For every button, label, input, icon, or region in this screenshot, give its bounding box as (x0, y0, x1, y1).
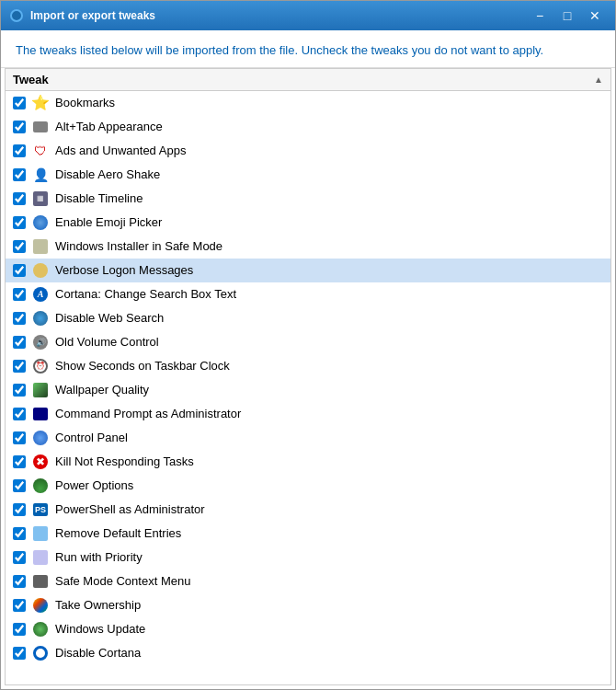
close-button[interactable]: ✕ (582, 5, 608, 27)
tweak-checkbox-priority[interactable] (13, 551, 26, 564)
list-item[interactable]: ⭐Bookmarks (6, 91, 610, 115)
priority-icon (31, 548, 50, 567)
tweak-label-kill-tasks: Kill Not Responding Tasks (55, 454, 194, 468)
tweaks-list-container: Tweak ▲ ⭐BookmarksAlt+Tab Appearance🛡Ads… (5, 68, 611, 686)
cortana-ring-icon (31, 644, 50, 662)
tweak-checkbox-ads[interactable] (13, 144, 26, 157)
tweak-label-cmd-admin: Command Prompt as Administrator (55, 407, 241, 420)
star-icon: ⭐ (31, 94, 50, 112)
list-item[interactable]: Safe Mode Context Menu (6, 569, 610, 593)
tweak-checkbox-verbose[interactable] (13, 264, 26, 277)
window-icon (8, 7, 25, 24)
tweak-checkbox-cortana-text[interactable] (13, 288, 26, 301)
tweak-checkbox-seconds[interactable] (13, 360, 26, 373)
list-item[interactable]: 👤Disable Aero Shake (6, 163, 610, 187)
tweak-checkbox-wallpaper[interactable] (13, 384, 26, 397)
tweak-label-priority: Run with Priority (55, 550, 143, 564)
tweak-checkbox-timeline[interactable] (13, 192, 26, 205)
tweak-label-win-update: Windows Update (55, 622, 145, 636)
tweak-checkbox-powershell[interactable] (13, 503, 26, 516)
tweak-checkbox-installer[interactable] (13, 240, 26, 253)
ps-icon: PS (31, 500, 50, 519)
list-item[interactable]: Disable Cortana (6, 641, 610, 665)
tweak-checkbox-safe-mode[interactable] (13, 575, 26, 588)
tweak-label-wallpaper: Wallpaper Quality (55, 383, 149, 397)
tweak-label-control-panel: Control Panel (55, 431, 128, 444)
list-item[interactable]: Enable Emoji Picker (6, 211, 610, 235)
list-item[interactable]: Power Options (6, 474, 610, 498)
tweak-checkbox-bookmarks[interactable] (13, 97, 26, 109)
tweak-checkbox-power[interactable] (13, 479, 26, 492)
window-controls: − □ ✕ (527, 5, 608, 27)
update-icon (31, 620, 50, 638)
scroll-indicator: ▲ (594, 75, 603, 85)
alttab-icon (31, 118, 50, 136)
tweak-checkbox-web-search[interactable] (13, 312, 26, 325)
list-item[interactable]: Wallpaper Quality (6, 378, 610, 402)
cortana-icon: A (31, 285, 50, 304)
tweak-label-powershell: PowerShell as Administrator (55, 502, 205, 516)
list-item[interactable]: Windows Installer in Safe Mode (6, 235, 610, 259)
list-item[interactable]: 🛡Ads and Unwanted Apps (6, 139, 610, 163)
tweak-label-ads: Ads and Unwanted Apps (55, 144, 186, 157)
list-item[interactable]: ▦Disable Timeline (6, 187, 610, 211)
list-item[interactable]: 🔊Old Volume Control (6, 330, 610, 354)
list-item[interactable]: Windows Update (6, 617, 610, 641)
list-item[interactable]: Take Ownership (6, 593, 610, 617)
power-icon (31, 477, 50, 495)
list-item[interactable]: Run with Priority (6, 546, 610, 569)
search-web-icon (31, 309, 50, 328)
tweak-label-seconds: Show Seconds on Taskbar Clock (55, 359, 230, 373)
tweak-checkbox-alttab[interactable] (13, 121, 26, 133)
list-header-label: Tweak (13, 73, 49, 86)
red-shield-icon: 🛡 (31, 142, 50, 160)
tweak-checkbox-win-update[interactable] (13, 623, 26, 636)
volume-icon: 🔊 (31, 333, 50, 351)
tweak-label-emoji: Enable Emoji Picker (55, 215, 162, 229)
intro-area: The tweaks listed below will be imported… (1, 30, 615, 68)
tweak-checkbox-emoji[interactable] (13, 216, 26, 229)
intro-text: The tweaks listed below will be imported… (16, 41, 600, 60)
tweak-checkbox-cmd-admin[interactable] (13, 408, 26, 420)
list-header: Tweak ▲ (6, 69, 610, 91)
tweak-checkbox-old-volume[interactable] (13, 336, 26, 349)
tweak-checkbox-kill-tasks[interactable] (13, 455, 26, 468)
tweak-label-alttab: Alt+Tab Appearance (55, 120, 163, 133)
list-item[interactable]: Verbose Logon Messages (6, 259, 610, 282)
tweak-checkbox-control-panel[interactable] (13, 431, 26, 444)
logon-icon (31, 261, 50, 280)
maximize-button[interactable]: □ (554, 5, 580, 27)
tweak-label-web-search: Disable Web Search (55, 311, 164, 325)
minimize-button[interactable]: − (527, 5, 553, 27)
list-item[interactable]: Alt+Tab Appearance (6, 115, 610, 139)
tweak-label-ownership: Take Ownership (55, 598, 141, 612)
list-scroll[interactable]: ⭐BookmarksAlt+Tab Appearance🛡Ads and Unw… (6, 91, 610, 685)
list-item[interactable]: Remove Default Entries (6, 522, 610, 546)
tweak-checkbox-cortana-disable[interactable] (13, 647, 26, 660)
tweak-label-bookmarks: Bookmarks (55, 96, 115, 109)
window-title: Import or export tweaks (30, 9, 527, 22)
tweak-label-cortana-text: Cortana: Change Search Box Text (55, 287, 236, 301)
list-item[interactable]: Command Prompt as Administrator (6, 402, 610, 426)
cmd-icon (31, 405, 50, 423)
tweak-label-cortana-disable: Disable Cortana (55, 646, 141, 660)
list-item[interactable]: ✖Kill Not Responding Tasks (6, 450, 610, 474)
tweak-checkbox-ownership[interactable] (13, 599, 26, 612)
safe-icon (31, 572, 50, 591)
tweak-checkbox-reg-entries[interactable] (13, 527, 26, 540)
tweak-label-verbose: Verbose Logon Messages (55, 263, 193, 277)
tweak-label-aero-shake: Disable Aero Shake (55, 167, 160, 181)
list-item[interactable]: PSPowerShell as Administrator (6, 498, 610, 522)
installer-icon (31, 237, 50, 256)
tweak-checkbox-aero-shake[interactable] (13, 168, 26, 181)
list-item[interactable]: ACortana: Change Search Box Text (6, 282, 610, 306)
list-item[interactable]: ⏰Show Seconds on Taskbar Clock (6, 354, 610, 378)
timeline-icon: ▦ (31, 190, 50, 208)
control-panel-icon (31, 429, 50, 447)
person-icon: 👤 (31, 166, 50, 184)
list-item[interactable]: Control Panel (6, 426, 610, 450)
image-icon (31, 381, 50, 399)
tweak-label-installer: Windows Installer in Safe Mode (55, 239, 222, 253)
list-item[interactable]: Disable Web Search (6, 306, 610, 330)
tweak-label-timeline: Disable Timeline (55, 191, 143, 205)
